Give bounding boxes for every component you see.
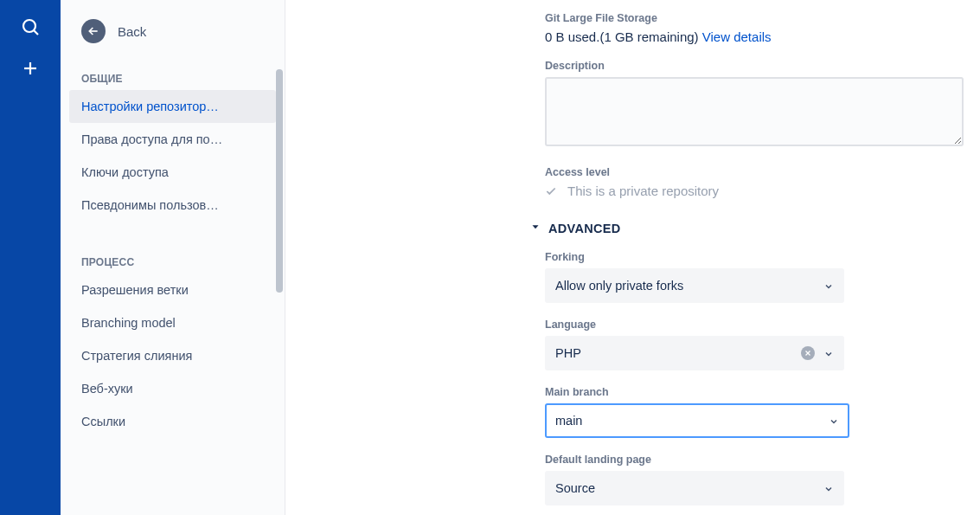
back-arrow-icon xyxy=(81,19,106,43)
language-label: Language xyxy=(545,319,971,331)
main-branch-value: main xyxy=(555,414,582,428)
advanced-section-toggle[interactable]: ADVANCED xyxy=(529,221,971,235)
sidebar-item-access-keys[interactable]: Ключи доступа xyxy=(69,156,276,189)
chevron-down-icon xyxy=(823,280,834,291)
view-details-link[interactable]: View details xyxy=(702,29,772,44)
svg-point-0 xyxy=(23,20,35,32)
search-icon xyxy=(20,16,41,40)
forking-select[interactable]: Allow only private forks xyxy=(545,268,844,303)
storage-usage-line: 0 B used.(1 GB remaining) View details xyxy=(545,29,971,44)
svg-marker-5 xyxy=(533,225,539,229)
sidebar-item-branch-permissions[interactable]: Разрешения ветки xyxy=(69,274,276,306)
back-label: Back xyxy=(118,24,146,39)
sidebar-item-access-rights[interactable]: Права доступа для по… xyxy=(69,123,276,156)
forking-label: Forking xyxy=(545,251,971,263)
chevron-down-icon xyxy=(823,348,834,358)
section-header-process: ПРОЦЕСС xyxy=(61,248,285,274)
main-branch-select[interactable]: main xyxy=(545,403,849,438)
storage-remaining: (1 GB remaining) xyxy=(599,29,698,44)
access-level-row: This is a private repository xyxy=(545,183,971,198)
global-rail xyxy=(0,0,61,515)
chevron-down-icon xyxy=(529,221,541,235)
sidebar-item-webhooks[interactable]: Веб-хуки xyxy=(69,372,276,405)
language-select[interactable]: PHP xyxy=(545,336,844,370)
chevron-down-icon xyxy=(823,483,834,493)
language-value: PHP xyxy=(555,346,581,360)
advanced-header-text: ADVANCED xyxy=(548,222,621,235)
sidebar-item-user-aliases[interactable]: Псевдонимы пользов… xyxy=(69,189,276,222)
sidebar-item-branching-model[interactable]: Branching model xyxy=(69,306,276,339)
landing-page-label: Default landing page xyxy=(545,454,971,466)
clear-icon[interactable] xyxy=(801,346,815,360)
plus-icon xyxy=(20,58,41,81)
sidebar-item-repo-settings[interactable]: Настройки репозитор… xyxy=(69,90,276,123)
settings-sidebar: Back ОБЩИЕ Настройки репозитор… Права до… xyxy=(61,0,285,515)
main-content: Git Large File Storage 0 B used.(1 GB re… xyxy=(285,0,980,515)
sidebar-item-merge-strategy[interactable]: Стратегия слияния xyxy=(69,339,276,372)
back-button[interactable]: Back xyxy=(61,16,285,64)
access-level-label: Access level xyxy=(545,166,971,178)
svg-line-1 xyxy=(34,30,38,35)
sidebar-item-links[interactable]: Ссылки xyxy=(69,405,276,438)
description-textarea[interactable] xyxy=(545,77,964,146)
chevron-down-icon xyxy=(829,415,839,426)
landing-page-value: Source xyxy=(555,481,595,495)
storage-used: 0 B used. xyxy=(545,29,599,44)
access-level-text: This is a private repository xyxy=(567,183,719,198)
landing-page-select[interactable]: Source xyxy=(545,471,844,505)
search-button[interactable] xyxy=(13,10,48,45)
checkmark-icon xyxy=(545,185,557,197)
create-button[interactable] xyxy=(13,52,48,87)
section-header-general: ОБЩИЕ xyxy=(61,64,285,90)
storage-label: Git Large File Storage xyxy=(545,12,971,24)
description-label: Description xyxy=(545,60,971,72)
forking-value: Allow only private forks xyxy=(555,279,683,293)
main-branch-label: Main branch xyxy=(545,386,971,398)
sidebar-scrollbar[interactable] xyxy=(276,69,283,293)
